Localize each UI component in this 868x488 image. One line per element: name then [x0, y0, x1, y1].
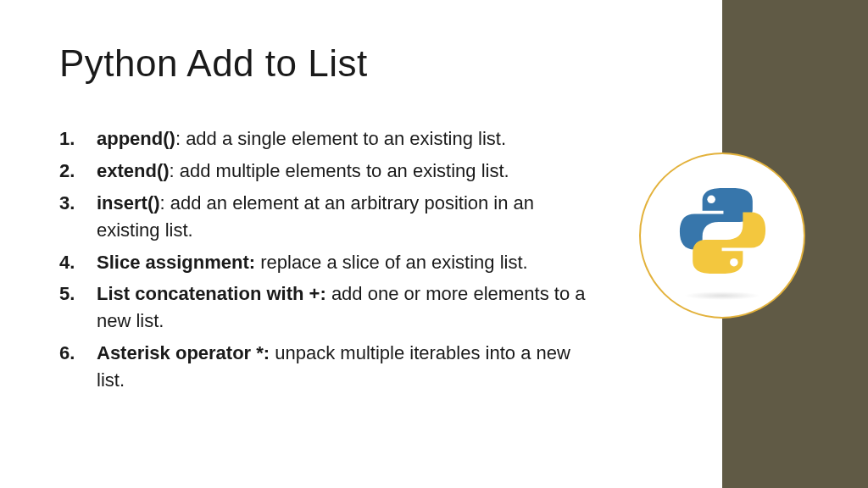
item-term: insert()	[97, 192, 160, 214]
svg-point-1	[730, 258, 738, 266]
svg-point-0	[707, 195, 715, 203]
list-item: extend(): add multiple elements to an ex…	[59, 158, 602, 185]
list-item: insert(): add an element at an arbitrary…	[59, 190, 602, 244]
item-desc: replace a slice of an existing list.	[260, 252, 528, 273]
item-term: Asterisk operator *:	[97, 342, 270, 363]
item-colon: :	[160, 192, 170, 214]
item-colon: :	[170, 160, 180, 181]
page-title: Python Add to List	[59, 42, 809, 85]
item-desc: add multiple elements to an existing lis…	[180, 160, 509, 181]
logo-badge	[639, 152, 805, 319]
python-logo-icon	[678, 186, 767, 275]
list-item: Asterisk operator *: unpack multiple ite…	[59, 340, 602, 394]
item-term: List concatenation with +:	[97, 283, 326, 304]
item-term: append()	[97, 128, 175, 149]
item-colon: :	[175, 128, 186, 149]
methods-list: append(): add a single element to an exi…	[59, 125, 602, 394]
item-term: Slice assignment:	[97, 252, 255, 273]
item-desc: add a single element to an existing list…	[186, 128, 506, 149]
list-item: List concatenation with +: add one or mo…	[59, 280, 602, 335]
list-item: append(): add a single element to an exi…	[59, 125, 602, 152]
logo-shadow	[684, 291, 760, 300]
item-term: extend()	[97, 160, 170, 181]
list-item: Slice assignment: replace a slice of an …	[59, 249, 602, 276]
